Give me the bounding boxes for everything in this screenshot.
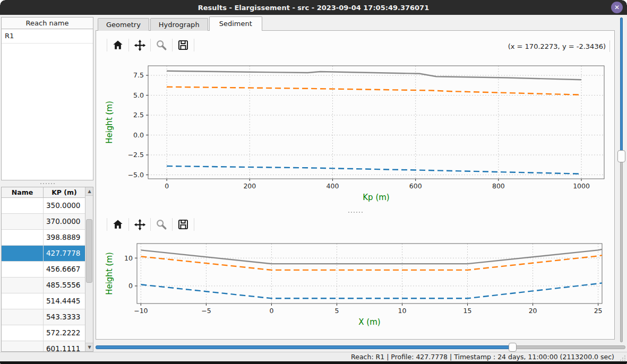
table-row[interactable]: 370.0000 — [2, 214, 93, 230]
kp-cell[interactable]: 398.8889 — [44, 230, 85, 245]
vertical-slider-track-filled — [620, 18, 623, 151]
name-cell[interactable] — [2, 214, 44, 229]
separator — [107, 39, 107, 51]
name-column-header: Name — [2, 187, 44, 197]
save-button[interactable] — [176, 38, 190, 52]
profile-table-body: 350.0000370.0000398.8889427.7778456.6667… — [2, 198, 93, 352]
titlebar: Results - Elargissement - src - 2023-09-… — [0, 0, 627, 15]
reach-list: R1 — [2, 29, 93, 44]
results-window: Results - Elargissement - src - 2023-09-… — [0, 0, 627, 364]
profile-table: Name KP (m) 350.0000370.0000398.8889427.… — [1, 187, 93, 352]
cursor-coordinates: (x = 170.2273, y = -2.3436) — [508, 42, 606, 50]
table-row[interactable]: 350.0000 — [2, 198, 93, 214]
main-panel: (x = 170.2273, y = -2.3436) 020040060080… — [96, 30, 615, 340]
time-slider[interactable] — [96, 342, 625, 352]
name-cell[interactable] — [2, 262, 44, 277]
separator — [194, 39, 194, 51]
profile-table-header: Name KP (m) — [2, 187, 93, 198]
y-tick-label: 7.5 — [133, 71, 144, 79]
home-icon — [112, 219, 124, 230]
kp-cell[interactable]: 350.0000 — [44, 198, 85, 213]
axes-frame — [137, 244, 602, 304]
resize-grip[interactable] — [620, 356, 625, 361]
close-button[interactable]: ✕ — [611, 2, 623, 13]
zoom-button[interactable] — [154, 38, 168, 52]
table-scrollbar-thumb[interactable] — [86, 219, 92, 283]
tab-geometry[interactable]: Geometry — [98, 18, 149, 31]
plot-toolbar-top — [107, 36, 194, 54]
x-tick-label: −10 — [134, 307, 148, 315]
name-cell[interactable] — [2, 198, 44, 213]
name-cell[interactable] — [2, 230, 44, 245]
scroll-down-button[interactable]: ▼ — [85, 343, 93, 351]
x-tick-label: 20 — [529, 307, 537, 315]
kp-cell[interactable]: 485.5556 — [44, 278, 85, 293]
y-tick-label: −2.5 — [128, 151, 144, 159]
kp-cell[interactable]: 601.1111 — [44, 341, 85, 352]
table-row[interactable]: 485.5556 — [2, 278, 93, 293]
profile-chart[interactable]: 020040060080010007.55.02.50.0−2.5−5.0Kp … — [98, 58, 614, 211]
y-tick-label: 10 — [124, 254, 133, 262]
plots-splitter-handle[interactable] — [96, 210, 614, 214]
arrow-up-icon: ▲ — [88, 189, 91, 194]
separator — [128, 218, 129, 231]
name-cell[interactable] — [2, 246, 44, 261]
table-scrollbar[interactable]: ▲ ▼ — [85, 187, 93, 351]
separator — [107, 218, 107, 231]
y-axis-label: Height (m) — [105, 101, 114, 144]
pan-button[interactable] — [133, 218, 147, 231]
table-row[interactable]: 398.8889 — [2, 230, 93, 246]
table-row[interactable]: 601.1111 — [2, 341, 93, 352]
tab-sediment[interactable]: Sediment — [209, 16, 262, 31]
y-tick-label: 0.0 — [133, 131, 144, 139]
name-cell[interactable] — [2, 278, 44, 293]
x-tick-label: 25 — [594, 307, 603, 315]
plot-toolbar-bottom — [107, 215, 194, 233]
x-tick-label: −5 — [201, 307, 211, 315]
y-tick-label: 5.0 — [133, 91, 144, 99]
y-axis-label: Height (m) — [105, 252, 114, 295]
kp-cell[interactable]: 543.3333 — [44, 309, 85, 325]
kp-cell[interactable]: 572.2222 — [44, 325, 85, 341]
x-tick-label: 200 — [243, 182, 256, 190]
status-text: Reach: R1 | Profile: 427.7778 | Timestam… — [351, 353, 614, 361]
x-axis-label: Kp (m) — [363, 193, 389, 202]
home-button[interactable] — [111, 218, 125, 231]
home-icon — [112, 39, 124, 51]
y-tick-label: −5.0 — [128, 171, 144, 179]
table-row[interactable]: 456.6667 — [2, 262, 93, 278]
cross-section-chart[interactable]: −10−50510152025010X (m)Height (m) — [98, 236, 614, 340]
table-row[interactable]: 427.7778 — [2, 246, 93, 262]
kp-cell[interactable]: 427.7778 — [44, 246, 85, 261]
pan-button[interactable] — [133, 38, 147, 52]
table-row[interactable]: 572.2222 — [2, 325, 93, 341]
name-cell[interactable] — [2, 341, 44, 352]
save-button[interactable] — [176, 218, 190, 231]
table-row[interactable]: 514.4445 — [2, 293, 93, 309]
tab-bar: GeometryHydrographSediment — [98, 16, 263, 31]
kp-cell[interactable]: 456.6667 — [44, 262, 85, 277]
name-cell[interactable] — [2, 309, 44, 325]
tab-hydrograph[interactable]: Hydrograph — [150, 18, 208, 31]
scroll-up-button[interactable]: ▲ — [85, 187, 93, 196]
reach-list-item[interactable]: R1 — [2, 29, 93, 44]
vertical-slider-thumb[interactable] — [617, 150, 625, 162]
sidebar-splitter-handle[interactable] — [1, 181, 93, 186]
reach-name-header: Reach name — [2, 18, 93, 29]
separator — [194, 218, 194, 231]
vertical-slider[interactable] — [617, 18, 625, 342]
zoom-button[interactable] — [154, 218, 168, 231]
name-cell[interactable] — [2, 293, 44, 309]
name-cell[interactable] — [2, 325, 44, 341]
home-button[interactable] — [111, 38, 125, 52]
pan-icon — [134, 39, 146, 51]
sidebar: Reach name R1 Name KP (m) 350.0000370.00… — [1, 17, 93, 352]
floppy-icon — [177, 219, 189, 230]
table-row[interactable]: 543.3333 — [2, 309, 93, 325]
window-title: Results - Elargissement - src - 2023-09-… — [198, 4, 429, 12]
separator — [172, 39, 173, 51]
x-axis-label: X (m) — [358, 317, 380, 327]
kp-cell[interactable]: 370.0000 — [44, 214, 85, 229]
time-slider-thumb[interactable] — [509, 343, 517, 352]
kp-cell[interactable]: 514.4445 — [44, 293, 85, 309]
